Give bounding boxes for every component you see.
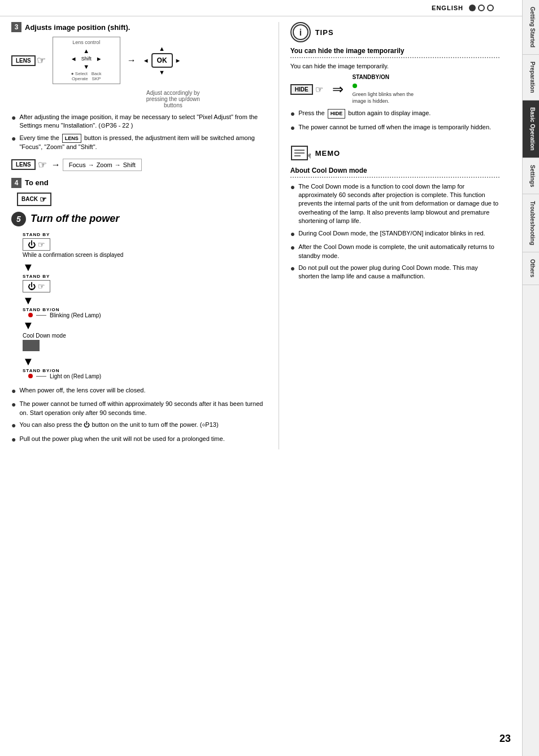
hide-btn-label: HIDE <box>295 86 308 93</box>
tips-svg-icon: i <box>292 24 309 41</box>
back-btn[interactable]: BACK ☞ <box>17 193 51 206</box>
bullet-dot-s5-1: ● <box>11 386 16 397</box>
right-sidebar: Getting Started Preparation Basic Operat… <box>522 0 539 756</box>
up-arrow: ▲ <box>83 47 89 54</box>
down-arrow-2: ▼ <box>23 295 34 306</box>
memo-bullet-dot-2: ● <box>290 229 295 240</box>
sidebar-tab-others[interactable]: Others <box>523 252 539 285</box>
sidebar-tab-getting-started[interactable]: Getting Started <box>523 0 539 55</box>
standby-power-btn-1[interactable]: ⏻ ☞ <box>23 238 50 251</box>
sidebar-tab-troubleshooting[interactable]: Troubleshooting <box>523 194 539 252</box>
power-circle-icon-1: ⏻ <box>28 240 36 249</box>
fzs-arrow1: → <box>88 161 94 168</box>
lens-inline-btn[interactable]: LENS <box>62 134 81 143</box>
main-content: 3 Adjusts image position (shift). LENS ☞… <box>0 16 522 461</box>
select-operate-back: ● Select Back <box>59 71 114 76</box>
hide-button[interactable]: HIDE <box>290 84 313 95</box>
standby-on-light-on: STAND BY/ON —— Light on (Red Lamp) <box>23 368 101 379</box>
memo-bullet-dot-3: ● <box>290 242 295 254</box>
section5-header: 5 Turn off the power <box>11 212 267 226</box>
memo-divider <box>290 177 499 178</box>
section5-num: 5 <box>11 212 26 226</box>
left-column: 3 Adjusts image position (shift). LENS ☞… <box>11 22 267 449</box>
standby-on-label-2: STAND BY/ON <box>23 368 101 373</box>
down-arrow-3: ▼ <box>23 320 34 331</box>
standby-label-2: STAND BY <box>23 274 50 279</box>
green-dot-indicator <box>353 84 357 88</box>
down-arrow-1: ▼ <box>23 261 34 273</box>
memo-title: MEMO <box>315 149 340 158</box>
red-dot-blinking <box>28 313 33 317</box>
standby-btn-row-2: ⏻ ☞ <box>23 280 50 292</box>
lens-button[interactable]: LENS <box>11 55 36 66</box>
section5-bullet3-text: You can also press the ⏻ button on the u… <box>19 421 218 429</box>
while-text: While a confirmation screen is displayed <box>23 252 123 258</box>
section5-bullet4-text: Pull out the power plug when the unit wi… <box>19 435 224 443</box>
fzs-sequence-box: Focus → Zoom → Shift <box>63 159 142 171</box>
section3-bullet1: ● After adjusting the image position, it… <box>11 113 267 130</box>
lang-dot-1 <box>469 5 476 11</box>
left-arrow: ◄ <box>71 55 77 62</box>
blinking-label: Blinking (Red Lamp) <box>50 312 101 318</box>
back-button-group: BACK ☞ <box>17 193 267 206</box>
tips-subtitle: You can hide the image temporarily <box>290 47 499 55</box>
green-dot-row <box>353 82 357 89</box>
sidebar-tab-preparation[interactable]: Preparation <box>523 55 539 100</box>
ok-label: OK <box>157 56 167 64</box>
tips-desc: You can hide the image temporarily. <box>290 63 499 69</box>
lens-button-group: LENS ☞ <box>11 54 46 67</box>
cool-down-text: Cool Down mode <box>23 333 66 339</box>
ok-button[interactable]: OK <box>151 53 173 68</box>
section4-header: 4 To end <box>11 178 267 188</box>
section3-num: 3 <box>11 22 21 32</box>
section4-num: 4 <box>11 178 21 188</box>
down-arrow-4: ▼ <box>23 356 34 367</box>
right-column: i TIPS You can hide the image temporaril… <box>279 22 499 449</box>
memo-bullets: ● The Cool Down mode is a function to co… <box>290 182 499 281</box>
section5-bullet4: ● Pull out the power plug when the unit … <box>11 435 267 445</box>
right-arrow: ► <box>96 55 102 62</box>
cool-down-block: Cool Down mode <box>23 332 66 352</box>
hide-inline-btn[interactable]: HIDE <box>328 109 346 119</box>
sidebar-tab-basic-operation[interactable]: Basic Operation <box>523 100 539 158</box>
ok-up-arrow: ▲ <box>159 45 165 52</box>
tips-bullets: ● Press the HIDE button again to display… <box>290 109 499 133</box>
adjust-note-text: Adjust accordingly bypressing the up/dow… <box>79 90 267 108</box>
fzs-arrow2: → <box>115 161 121 168</box>
lens-control-box: Lens control ▲ ◄ Shift ► ▼ ● Select Back… <box>53 37 120 84</box>
sidebar-tab-settings[interactable]: Settings <box>523 158 539 194</box>
standby-on-top-row: STANDBY/ON <box>353 74 389 80</box>
hand-icon: ☞ <box>37 54 46 67</box>
lens-control-label: Lens control <box>59 40 114 45</box>
dash-line: —— <box>36 312 46 318</box>
dash-line-2: —— <box>36 373 46 379</box>
standby-text-1: STAND BY <box>23 232 50 237</box>
standby-power-btn-2[interactable]: ⏻ ☞ <box>23 280 50 292</box>
bullet-dot-s5-3: ● <box>11 420 16 431</box>
top-bar: ENGLISH <box>0 0 539 16</box>
tips-box: i TIPS You can hide the image temporaril… <box>290 22 499 134</box>
bullet-dot-1: ● <box>11 112 16 124</box>
hand-standby-2: ☞ <box>38 282 45 291</box>
section5-bullets: ● When power off, the lens cover will be… <box>11 386 267 445</box>
power-diagram: STAND BY ⏻ ☞ While a confirmation screen… <box>23 232 267 379</box>
memo-svg-icon: ✎ <box>290 145 311 162</box>
zoom-label: Zoom <box>97 161 112 168</box>
lens-fzs-btn[interactable]: LENS <box>11 159 36 170</box>
light-on-row: —— Light on (Red Lamp) <box>28 373 101 379</box>
standby-text-2: STAND BY <box>23 274 50 279</box>
focus-label: Focus <box>69 161 86 168</box>
tips-header: i TIPS <box>290 22 499 42</box>
ok-button-group: ▲ ◄ OK ► ▼ <box>143 45 181 76</box>
memo-bullet2-text: During Cool Down mode, the [STANDBY/ON] … <box>298 229 485 238</box>
tips-title: TIPS <box>315 28 334 37</box>
green-blink-note: Green light blinks when the image is hid… <box>353 91 420 104</box>
shift-label-fzs: Shift <box>123 161 136 168</box>
memo-bullet3: ● After the Cool Down mode is complete, … <box>290 243 499 260</box>
tips-icon: i <box>290 22 311 42</box>
tips-bullet2: ● The power cannot be turned off when th… <box>290 123 499 134</box>
arrow-fzs: → <box>51 160 60 170</box>
memo-bullet4-text: Do not pull out the power plug during Co… <box>298 264 499 281</box>
focus-zoom-diagram: LENS ☞ → Focus → Zoom → Shift <box>11 159 267 171</box>
hand-standby-1: ☞ <box>38 240 45 249</box>
